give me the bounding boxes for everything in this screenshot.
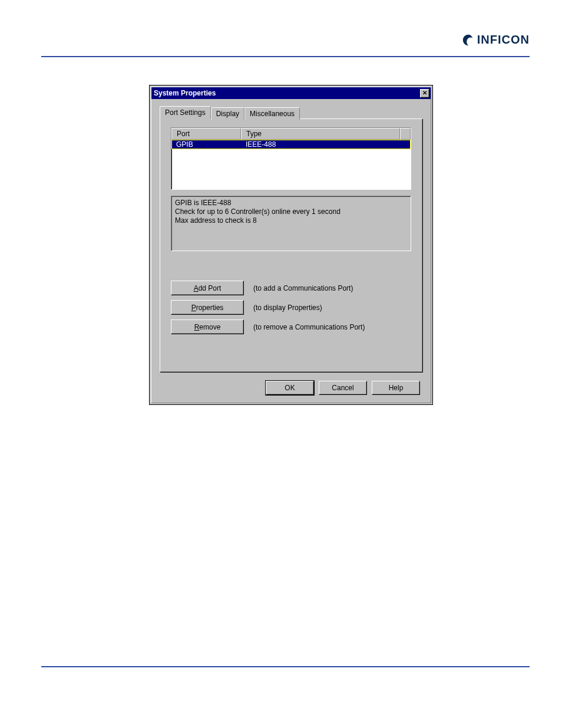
inficon-swirl-icon: [462, 34, 475, 47]
dialog-outer-border: System Properties ✕ Port Settings Displa…: [149, 85, 433, 405]
cell-type: IEEE-488: [241, 140, 411, 149]
action-row-add: Add Port (to add a Communications Port): [171, 281, 411, 295]
listview-header: Port Type: [171, 128, 411, 140]
remove-button[interactable]: Remove: [171, 319, 244, 334]
brand-name: INFICON: [477, 33, 530, 47]
tab-label: Display: [216, 110, 239, 118]
close-icon: ✕: [422, 90, 427, 96]
cell-port: GPIB: [171, 140, 241, 149]
info-line-2: Check for up to 6 Controller(s) online e…: [175, 207, 407, 216]
add-port-button[interactable]: Add Port: [171, 281, 244, 295]
action-row-remove: Remove (to remove a Communications Port): [171, 319, 411, 334]
system-properties-dialog: System Properties ✕ Port Settings Displa…: [151, 87, 431, 403]
info-line-3: Max address to check is 8: [175, 216, 407, 225]
remove-desc: (to remove a Communications Port): [253, 323, 365, 331]
brand-logo: INFICON: [462, 33, 530, 47]
btn-post: emove: [199, 323, 220, 331]
dialog-titlebar[interactable]: System Properties ✕: [151, 87, 431, 99]
btn-post: dd Port: [199, 284, 222, 292]
dialog-title: System Properties: [154, 89, 216, 97]
ok-button[interactable]: OK: [266, 381, 314, 395]
add-port-desc: (to add a Communications Port): [253, 284, 353, 292]
header-rule: [41, 56, 530, 57]
footer-rule: [41, 666, 530, 667]
action-row-properties: Properties (to display Properties): [171, 300, 411, 315]
btn-mnemonic: R: [194, 323, 200, 331]
tab-label: Miscellaneous: [250, 110, 295, 118]
action-button-group: Add Port (to add a Communications Port) …: [171, 281, 411, 334]
help-button[interactable]: Help: [372, 381, 420, 395]
tab-strip: Port Settings Display Miscellaneous: [160, 106, 422, 118]
dialog-button-row: OK Cancel Help: [266, 381, 420, 395]
tab-panel-port-settings: Port Type GPIB IEEE-488 GPIB is IEEE-488…: [160, 118, 422, 372]
tab-port-settings[interactable]: Port Settings: [160, 106, 211, 119]
column-header-scroll-stub: [400, 128, 411, 140]
btn-mnemonic: P: [191, 304, 196, 312]
close-button[interactable]: ✕: [420, 89, 429, 98]
column-header-type[interactable]: Type: [241, 128, 400, 140]
info-line-1: GPIB is IEEE-488: [175, 199, 407, 207]
properties-desc: (to display Properties): [253, 304, 322, 312]
tab-miscellaneous[interactable]: Miscellaneous: [244, 107, 300, 120]
ports-listview[interactable]: Port Type GPIB IEEE-488: [171, 127, 411, 190]
column-header-port[interactable]: Port: [171, 128, 241, 140]
properties-button[interactable]: Properties: [171, 300, 244, 315]
port-info-panel: GPIB is IEEE-488 Check for up to 6 Contr…: [171, 196, 411, 251]
cancel-button[interactable]: Cancel: [319, 381, 367, 395]
tab-label: Port Settings: [165, 108, 206, 117]
btn-post: roperties: [196, 304, 224, 312]
list-item[interactable]: GPIB IEEE-488: [171, 140, 411, 149]
dialog-client-area: Port Settings Display Miscellaneous Port…: [151, 99, 431, 403]
document-page: INFICON System Properties ✕ Port Setting…: [0, 0, 562, 728]
tab-display[interactable]: Display: [211, 107, 244, 120]
btn-mnemonic: A: [194, 284, 199, 292]
